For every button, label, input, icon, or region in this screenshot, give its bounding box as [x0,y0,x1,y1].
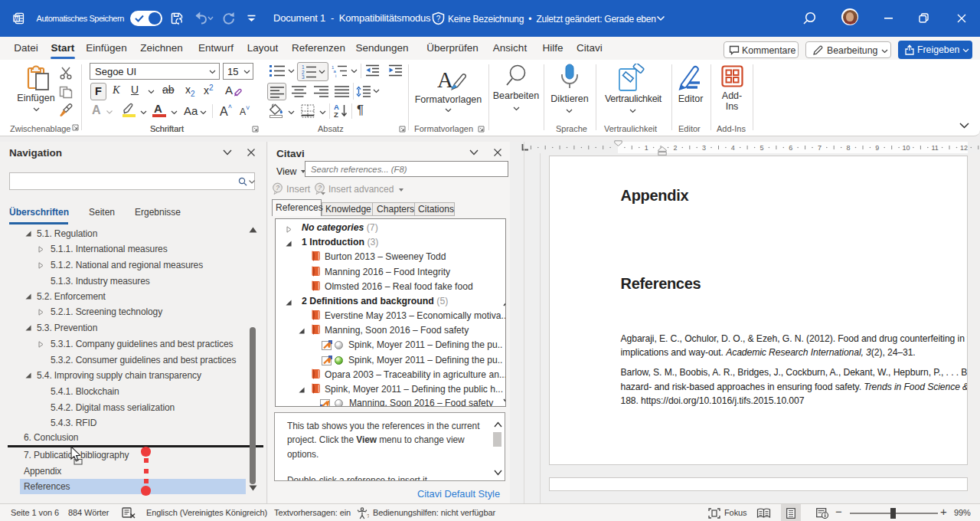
svg-text:5: 5 [760,144,763,152]
svg-text:7: 7 [818,144,822,152]
svg-text:4: 4 [731,144,735,152]
svg-text:?: ? [436,15,441,23]
svg-text:1: 1 [645,144,648,152]
svg-text:Z: Z [334,110,338,118]
svg-text:W: W [14,16,19,21]
svg-text:i: i [335,74,336,77]
svg-text:3: 3 [702,144,706,152]
svg-text:2: 2 [673,144,677,152]
svg-text:12: 12 [960,144,968,152]
svg-text:9: 9 [875,144,879,152]
svg-text:?: ? [318,184,322,192]
svg-text:11: 11 [932,144,939,152]
svg-text:10: 10 [902,144,910,152]
svg-text:A: A [437,67,453,92]
svg-text:3: 3 [302,74,305,79]
svg-text:?: ? [276,184,279,192]
svg-text:6: 6 [789,144,792,152]
svg-text:?: ? [367,513,369,519]
svg-text:8: 8 [847,144,851,152]
